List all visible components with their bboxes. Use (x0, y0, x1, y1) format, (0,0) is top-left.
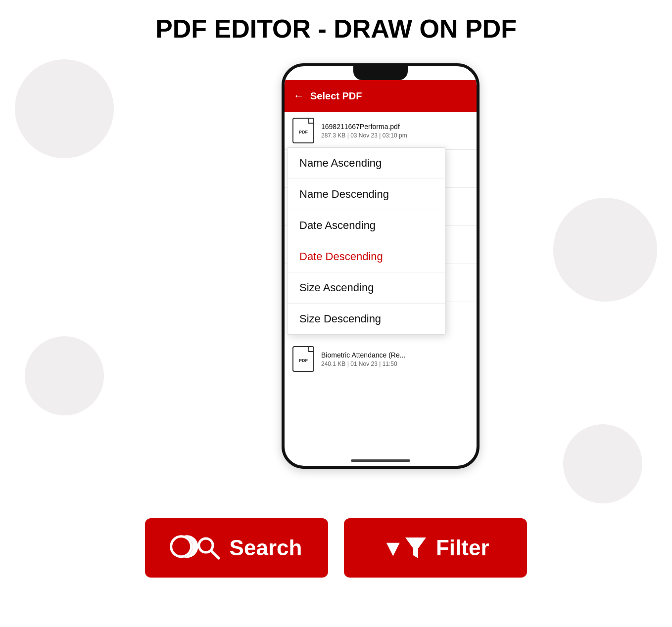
sort-option-name-ascending[interactable]: Name Ascending (288, 148, 445, 179)
filter-button[interactable]: Filter (344, 518, 527, 578)
sort-option-name-descending[interactable]: Name Descending (288, 179, 445, 210)
svg-marker-2 (405, 537, 426, 558)
page-title: PDF EDITOR - DRAW ON PDF (0, 14, 672, 44)
pdf-item-name: Biometric Attendance (Re... (321, 351, 469, 359)
pdf-item-name: 1698211667Performa.pdf (321, 123, 469, 131)
pdf-list-item[interactable]: PDF Biometric Attendance (Re... 240.1 KB… (285, 340, 477, 378)
phone-notch (353, 66, 408, 80)
pdf-icon-corner (308, 119, 313, 124)
phone-area: ← Select PDF PDF 1698211667Performa.pdf … (0, 58, 672, 493)
filter-icon (382, 536, 427, 560)
pdf-icon: PDF (292, 118, 314, 143)
bottom-buttons-area: Search Filter (138, 518, 534, 578)
pdf-icon: PDF (292, 346, 314, 372)
svg-line-1 (211, 551, 219, 558)
pdf-item-meta: 240.1 KB | 01 Nov 23 | 11:50 (321, 360, 469, 367)
phone-header: ← Select PDF (285, 80, 477, 112)
search-button[interactable]: Search (145, 518, 328, 578)
filter-button-label: Filter (436, 536, 489, 560)
sort-option-date-descending[interactable]: Date Descending (288, 241, 445, 272)
phone-header-title: Select PDF (310, 90, 362, 102)
sort-option-date-ascending[interactable]: Date Ascending (288, 210, 445, 241)
pdf-item-meta: 287.3 KB | 03 Nov 23 | 03:10 pm (321, 132, 469, 139)
sort-option-size-ascending[interactable]: Size Ascending (288, 272, 445, 304)
sort-dropdown: Name AscendingName DescendingDate Ascend… (287, 147, 445, 335)
pdf-icon-label: PDF (299, 130, 308, 134)
pdf-item-info: 1698211667Performa.pdf 287.3 KB | 03 Nov… (321, 123, 469, 139)
pdf-item-info: Biometric Attendance (Re... 240.1 KB | 0… (321, 351, 469, 367)
pdf-icon-label: PDF (299, 358, 308, 363)
search-button-label: Search (230, 536, 302, 560)
search-icon (171, 536, 221, 560)
pdf-list-item[interactable]: PDF 1698211667Performa.pdf 287.3 KB | 03… (285, 112, 477, 150)
sort-option-size-descending[interactable]: Size Descending (288, 304, 445, 334)
back-arrow-icon[interactable]: ← (293, 90, 304, 101)
home-bar (351, 459, 410, 462)
pdf-icon-corner (308, 347, 313, 352)
